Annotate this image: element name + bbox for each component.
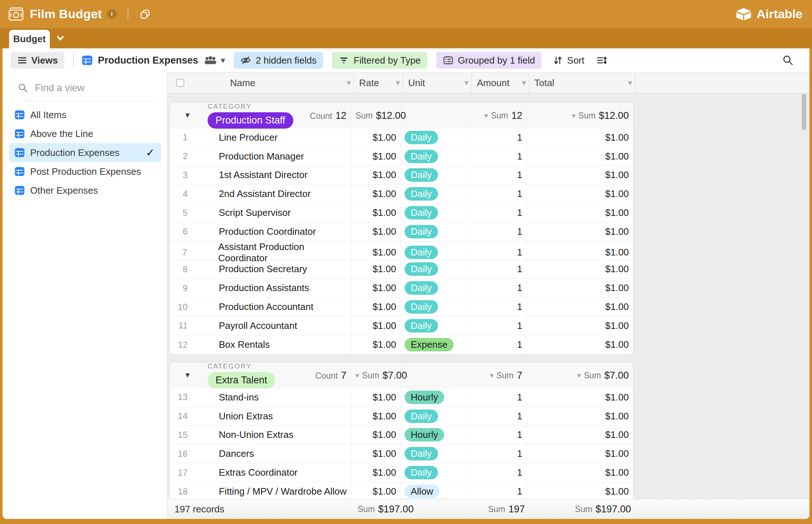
cell-unit[interactable]: Daily	[401, 444, 470, 463]
cell-total[interactable]: $1.00	[527, 482, 633, 499]
table-row[interactable]: 31st Assistant Director$1.00Daily1$1.00	[170, 166, 633, 185]
cell-total[interactable]: $1.00	[527, 298, 633, 316]
column-caret-icon[interactable]: ▾	[347, 78, 351, 88]
cell-total[interactable]: $1.00	[527, 260, 633, 279]
cell-amount[interactable]: 1	[470, 185, 527, 203]
group-amount-sum[interactable]: ▾ Sum 7	[470, 362, 527, 388]
column-header-name[interactable]: Name ▾	[167, 73, 354, 93]
info-icon[interactable]: i	[107, 9, 117, 19]
cell-rate[interactable]: $1.00	[352, 166, 401, 185]
copy-base-button[interactable]	[140, 9, 154, 19]
cell-name[interactable]: Production Coordinator	[219, 226, 316, 237]
sum-caret-icon[interactable]: ▾	[485, 111, 488, 120]
current-view[interactable]: Production Expenses ▾	[82, 55, 225, 66]
cell-unit[interactable]: Hourly	[401, 388, 470, 407]
cell-amount[interactable]: 1	[470, 317, 527, 335]
cell-unit[interactable]: Daily	[401, 317, 470, 335]
cell-name[interactable]: Extras Coordinator	[219, 467, 298, 478]
cell-total[interactable]: $1.00	[527, 185, 633, 203]
table-row[interactable]: 18Fitting / MPV / Wardrobe Allow$1.00All…	[170, 482, 633, 499]
tab-expand-chevron-icon[interactable]	[55, 33, 65, 43]
column-header-amount[interactable]: Amount ▾	[472, 73, 529, 93]
table-row[interactable]: 6Production Coordinator$1.00Daily1$1.00	[170, 222, 633, 241]
views-button[interactable]: Views	[11, 52, 64, 69]
cell-total[interactable]: $1.00	[527, 166, 633, 185]
cell-rate[interactable]: $1.00	[352, 222, 401, 241]
cell-name[interactable]: Fitting / MPV / Wardrobe Allow	[219, 486, 347, 497]
cell-total[interactable]: $1.00	[527, 147, 633, 166]
table-row[interactable]: 2Production Manager$1.00Daily1$1.00	[170, 147, 633, 166]
footer-amount-sum[interactable]: Sum 197	[472, 499, 529, 519]
footer-rate-sum[interactable]: Sum $197.00	[354, 499, 403, 519]
cell-rate[interactable]: $1.00	[352, 317, 401, 335]
sidebar-item-other-expenses[interactable]: Other Expenses	[9, 181, 161, 200]
sidebar-item-all-items[interactable]: All Items	[9, 105, 161, 124]
sum-caret-icon[interactable]: ▾	[490, 371, 494, 380]
table-row[interactable]: 42nd Assistant Director$1.00Daily1$1.00	[170, 185, 633, 203]
group-rate-sum[interactable]: ▾ Sum $7.00	[352, 362, 401, 388]
cell-name[interactable]: Production Secretary	[219, 263, 307, 275]
cell-amount[interactable]: 1	[470, 444, 527, 463]
filter-button[interactable]: Filtered by Type	[332, 52, 427, 69]
cell-name[interactable]: Box Rentals	[219, 339, 270, 350]
cell-rate[interactable]: $1.00	[352, 279, 401, 297]
base-title[interactable]: Film Budget	[30, 7, 102, 21]
cell-amount[interactable]: 1	[470, 203, 527, 222]
cell-amount[interactable]: 1	[470, 279, 527, 297]
cell-rate[interactable]: $1.00	[352, 482, 401, 499]
cell-rate[interactable]: $1.00	[352, 463, 401, 482]
cell-amount[interactable]: 1	[470, 147, 527, 166]
row-height-button[interactable]	[596, 55, 607, 66]
cell-total[interactable]: $1.00	[527, 463, 633, 482]
cell-amount[interactable]: 1	[470, 298, 527, 316]
cell-rate[interactable]: $1.00	[352, 203, 401, 222]
group-rate-sum[interactable]: Sum $12.00	[352, 102, 401, 129]
cell-amount[interactable]: 1	[470, 166, 527, 185]
tab-budget[interactable]: Budget	[9, 30, 50, 48]
group-total-sum[interactable]: ▾ Sum $12.00	[527, 102, 633, 129]
cell-rate[interactable]: $1.00	[352, 426, 401, 444]
cell-unit[interactable]: Daily	[401, 279, 470, 297]
table-row[interactable]: 8Production Secretary$1.00Daily1$1.00	[170, 260, 633, 279]
cell-rate[interactable]: $1.00	[352, 388, 401, 407]
cell-total[interactable]: $1.00	[527, 279, 633, 297]
sort-button[interactable]: Sort	[552, 55, 584, 66]
column-caret-icon[interactable]: ▾	[522, 78, 526, 88]
cell-amount[interactable]: 1	[470, 407, 527, 426]
cell-rate[interactable]: $1.00	[352, 444, 401, 463]
hidden-fields-button[interactable]: 2 hidden fields	[234, 52, 323, 69]
cell-name[interactable]: Production Manager	[219, 151, 304, 162]
table-row[interactable]: 14Union Extras$1.00Daily1$1.00	[170, 407, 633, 426]
find-view-row[interactable]	[3, 77, 167, 99]
table-row[interactable]: 11Payroll Accountant$1.00Daily1$1.00	[170, 317, 633, 335]
cell-unit[interactable]: Hourly	[401, 426, 470, 444]
cell-amount[interactable]: 1	[470, 128, 527, 147]
collapse-triangle-icon[interactable]: ▼	[184, 371, 191, 379]
table-row[interactable]: 5Script Supervisor$1.00Daily1$1.00	[170, 203, 633, 222]
cell-name[interactable]: Production Assistants	[219, 282, 309, 294]
footer-total-sum[interactable]: Sum $197.00	[529, 499, 635, 519]
table-row[interactable]: 9Production Assistants$1.00Daily1$1.00	[170, 279, 633, 298]
cell-name[interactable]: Union Extras	[219, 411, 273, 422]
cell-name[interactable]: Non-Union Extras	[219, 429, 293, 440]
sum-caret-icon[interactable]: ▾	[577, 371, 581, 380]
cell-name[interactable]: 2nd Assistant Director	[219, 188, 311, 199]
cell-unit[interactable]: Daily	[401, 147, 470, 166]
cell-total[interactable]: $1.00	[527, 222, 633, 241]
category-pill[interactable]: Production Staff	[208, 112, 293, 129]
find-view-input[interactable]	[35, 82, 144, 94]
cell-name[interactable]: Production Accountant	[219, 301, 313, 313]
column-header-unit[interactable]: Unit ▾	[403, 73, 472, 93]
cell-unit[interactable]: Allow	[401, 482, 470, 499]
table-row[interactable]: 13Stand-ins$1.00Hourly1$1.00	[170, 388, 633, 407]
table-row[interactable]: 15Non-Union Extras$1.00Hourly1$1.00	[170, 426, 633, 445]
cell-unit[interactable]: Daily	[401, 463, 470, 482]
cell-unit[interactable]: Daily	[401, 298, 470, 316]
cell-unit[interactable]: Daily	[401, 166, 470, 185]
table-row[interactable]: 17Extras Coordinator$1.00Daily1$1.00	[170, 463, 633, 482]
table-row[interactable]: 16Dancers$1.00Daily1$1.00	[170, 444, 633, 463]
group-button[interactable]: Grouped by 1 field	[436, 52, 542, 69]
cell-total[interactable]: $1.00	[527, 407, 633, 426]
group-total-sum[interactable]: ▾ Sum $7.00	[527, 362, 633, 388]
cell-name[interactable]: Dancers	[219, 448, 254, 459]
